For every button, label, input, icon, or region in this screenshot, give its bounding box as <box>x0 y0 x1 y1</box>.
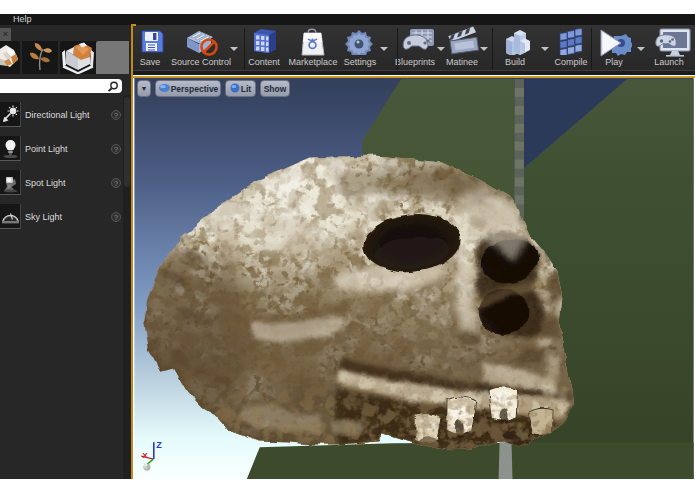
svg-text:X: X <box>142 451 148 460</box>
svg-text:Z: Z <box>156 440 162 450</box>
